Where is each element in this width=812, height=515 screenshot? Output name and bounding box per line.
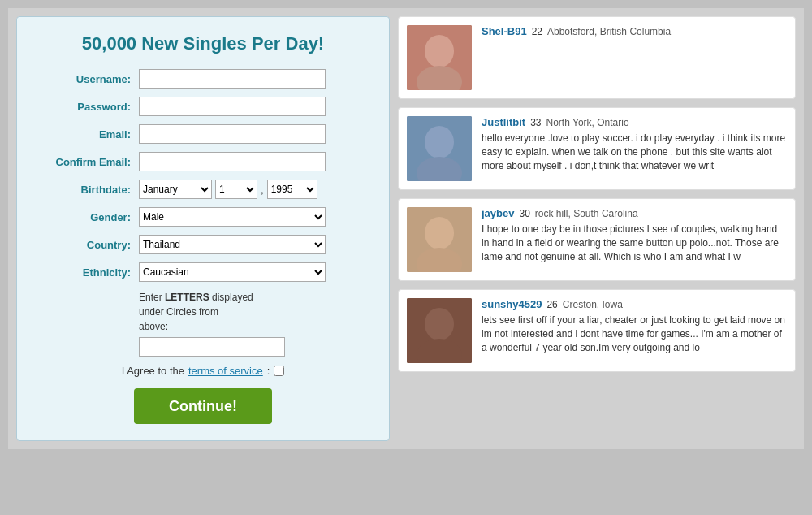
- confirm-email-row: Confirm Email:: [33, 152, 373, 171]
- country-label: Country:: [33, 239, 139, 251]
- profile-info: SheI-B9122 Abbotsford, British Columbia: [482, 25, 787, 90]
- profile-username[interactable]: sunshy4529: [482, 298, 542, 310]
- email-label: Email:: [33, 128, 139, 141]
- profile-info: Justlitbit33 North York, Ontariohello ev…: [482, 116, 787, 181]
- profile-location: rock hill, South Carolina: [535, 208, 638, 219]
- profile-card: jaybev30 rock hill, South CarolinaI hope…: [398, 198, 796, 281]
- profile-info: jaybev30 rock hill, South CarolinaI hope…: [482, 207, 787, 272]
- country-select[interactable]: Thailand United States Canada: [139, 235, 326, 254]
- profile-bio: lets see first off if your a liar, cheat…: [482, 314, 787, 354]
- email-input[interactable]: [139, 124, 326, 144]
- password-row: Password:: [33, 97, 373, 116]
- birthdate-row: Birthdate: JanuaryFebruaryMarch AprilMay…: [33, 180, 373, 199]
- username-row: Username:: [33, 69, 373, 89]
- tos-text: I Agree to the: [122, 365, 184, 377]
- profile-photo: [407, 207, 472, 272]
- birthdate-label: Birthdate:: [33, 184, 139, 196]
- continue-button[interactable]: Continue!: [134, 388, 272, 424]
- tos-link[interactable]: terms of service: [188, 365, 263, 377]
- country-row: Country: Thailand United States Canada: [33, 235, 373, 254]
- profiles-panel: SheI-B9122 Abbotsford, British Columbia …: [398, 16, 796, 441]
- profile-bio: hello everyone .love to play soccer. i d…: [482, 132, 787, 172]
- profile-location: Creston, Iowa: [563, 299, 623, 310]
- svg-point-7: [425, 217, 454, 249]
- email-row: Email:: [33, 124, 373, 144]
- profile-username[interactable]: Justlitbit: [482, 116, 525, 128]
- captcha-section: Enter LETTERS displayed under Circles fr…: [139, 290, 373, 357]
- password-input[interactable]: [139, 97, 326, 116]
- profile-age: 22: [532, 26, 542, 37]
- gender-select[interactable]: Male Female: [139, 207, 326, 227]
- username-input[interactable]: [139, 69, 326, 89]
- ethnicity-label: Ethnicity:: [33, 266, 139, 279]
- panel-title: 50,000 New Singles Per Day!: [33, 33, 373, 54]
- svg-point-10: [425, 308, 454, 340]
- svg-point-1: [425, 35, 454, 67]
- birthdate-day-select[interactable]: 12345: [215, 180, 257, 199]
- captcha-instructions: Enter LETTERS displayed under Circles fr…: [139, 290, 373, 334]
- gender-label: Gender:: [33, 211, 139, 223]
- confirm-email-label: Confirm Email:: [33, 156, 139, 168]
- profile-age: 33: [530, 117, 541, 128]
- profile-photo: [407, 116, 472, 181]
- tos-row: I Agree to the terms of service :: [33, 365, 373, 377]
- confirm-email-input[interactable]: [139, 152, 326, 171]
- tos-checkbox[interactable]: [274, 366, 284, 376]
- profile-username[interactable]: jaybev: [482, 207, 514, 219]
- gender-row: Gender: Male Female: [33, 207, 373, 227]
- profile-card: Justlitbit33 North York, Ontariohello ev…: [398, 107, 796, 190]
- profile-age: 26: [546, 299, 557, 310]
- tos-colon: :: [267, 365, 270, 377]
- birthdate-year-select[interactable]: 1995199419931992: [267, 180, 317, 199]
- profile-bio: I hope to one day be in those pictures I…: [482, 223, 787, 263]
- profile-info: sunshy452926 Creston, Iowalets see first…: [482, 298, 787, 363]
- profile-card: SheI-B9122 Abbotsford, British Columbia: [398, 16, 796, 99]
- password-label: Password:: [33, 101, 139, 113]
- profile-username[interactable]: SheI-B91: [482, 25, 527, 37]
- ethnicity-row: Ethnicity: Caucasian Asian Hispanic Afri…: [33, 262, 373, 282]
- username-label: Username:: [33, 73, 139, 85]
- profile-card: sunshy452926 Creston, Iowalets see first…: [398, 289, 796, 372]
- profile-location: Abbotsford, British Columbia: [547, 26, 671, 37]
- birthdate-month-select[interactable]: JanuaryFebruaryMarch AprilMayJune JulyAu…: [139, 180, 212, 199]
- svg-point-4: [425, 126, 454, 158]
- profile-age: 30: [519, 208, 529, 219]
- captcha-input[interactable]: [139, 337, 285, 357]
- birthdate-comma: ,: [261, 184, 264, 196]
- profile-location: North York, Ontario: [546, 117, 629, 128]
- profile-photo: [407, 25, 472, 90]
- ethnicity-select[interactable]: Caucasian Asian Hispanic African America…: [139, 262, 326, 282]
- registration-panel: 50,000 New Singles Per Day! Username: Pa…: [16, 16, 390, 441]
- profile-photo: [407, 298, 472, 363]
